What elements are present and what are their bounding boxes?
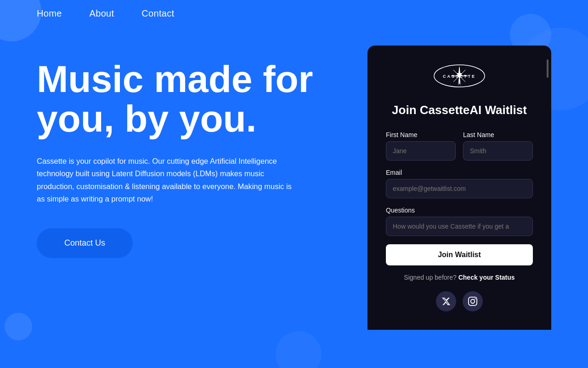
questions-group: Questions bbox=[386, 207, 533, 236]
email-group: Email bbox=[386, 169, 533, 198]
instagram-icon bbox=[468, 297, 477, 306]
questions-input[interactable] bbox=[386, 217, 533, 236]
first-name-group: First Name bbox=[386, 131, 456, 161]
instagram-button[interactable] bbox=[463, 291, 483, 311]
check-status-link[interactable]: Check your Status bbox=[458, 274, 515, 281]
navigation: Home About Contact bbox=[0, 0, 588, 27]
first-name-label: First Name bbox=[386, 131, 456, 138]
hero-description: Cassette is your copilot for music. Our … bbox=[37, 155, 294, 205]
email-section: Email bbox=[386, 169, 533, 198]
twitter-icon bbox=[441, 297, 451, 306]
card-scrollbar bbox=[547, 59, 548, 78]
questions-section: Questions bbox=[386, 207, 533, 236]
cassette-logo: CASSETTE bbox=[432, 62, 487, 90]
social-icons bbox=[386, 291, 533, 311]
logo-area: CASSETTE bbox=[386, 62, 533, 90]
twitter-button[interactable] bbox=[436, 291, 456, 311]
name-row: First Name Last Name bbox=[386, 131, 533, 161]
contact-us-button[interactable]: Contact Us bbox=[37, 228, 133, 258]
card-title: Join CassetteAI Waitlist bbox=[386, 103, 533, 118]
last-name-group: Last Name bbox=[463, 131, 533, 161]
main-content: Music made for you, by you. Cassette is … bbox=[0, 27, 588, 330]
nav-about[interactable]: About bbox=[90, 8, 114, 19]
email-label: Email bbox=[386, 169, 533, 176]
hero-title: Music made for you, by you. bbox=[37, 59, 340, 138]
first-name-input[interactable] bbox=[386, 141, 456, 161]
email-input[interactable] bbox=[386, 179, 533, 198]
nav-contact[interactable]: Contact bbox=[141, 8, 174, 19]
questions-label: Questions bbox=[386, 207, 533, 214]
nav-home[interactable]: Home bbox=[37, 8, 62, 19]
waitlist-card: CASSETTE Join CassetteAI Waitlist First … bbox=[368, 46, 551, 330]
join-waitlist-button[interactable]: Join Waitlist bbox=[386, 244, 533, 265]
last-name-label: Last Name bbox=[463, 131, 533, 138]
last-name-input[interactable] bbox=[463, 141, 533, 161]
signed-up-text: Signed up before? Check your Status bbox=[386, 274, 533, 281]
hero-section: Music made for you, by you. Cassette is … bbox=[37, 46, 340, 258]
svg-text:CASSETTE: CASSETTE bbox=[443, 74, 476, 79]
